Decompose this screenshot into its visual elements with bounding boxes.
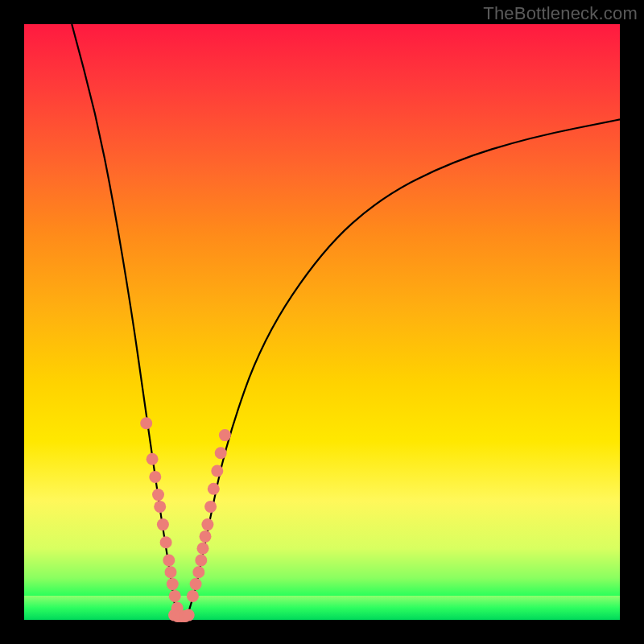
data-marker xyxy=(140,417,152,429)
data-marker xyxy=(152,489,164,501)
data-marker xyxy=(197,543,209,555)
data-marker xyxy=(219,429,231,441)
data-marker xyxy=(195,555,207,567)
data-marker xyxy=(192,566,204,578)
data-marker xyxy=(163,555,175,567)
data-marker xyxy=(160,536,172,548)
chart-svg xyxy=(24,24,620,620)
watermark-text: TheBottleneck.com xyxy=(483,3,638,24)
data-marker xyxy=(147,453,159,465)
data-marker xyxy=(201,518,213,530)
data-marker xyxy=(211,465,223,477)
data-marker xyxy=(187,590,199,602)
chart-frame: TheBottleneck.com xyxy=(0,0,644,644)
data-marker xyxy=(169,590,181,602)
curve-right xyxy=(188,119,621,613)
data-marker xyxy=(149,471,161,483)
data-marker xyxy=(204,501,217,513)
data-marker xyxy=(154,501,166,513)
data-marker xyxy=(157,518,169,530)
data-marker xyxy=(167,578,179,590)
data-marker xyxy=(208,483,220,495)
data-marker xyxy=(183,609,195,621)
marker-group xyxy=(140,417,231,622)
plot-area xyxy=(24,24,620,620)
data-marker xyxy=(190,578,202,590)
data-marker xyxy=(215,447,227,459)
data-marker xyxy=(200,530,212,543)
curve-group xyxy=(72,24,620,614)
data-marker xyxy=(165,566,177,578)
